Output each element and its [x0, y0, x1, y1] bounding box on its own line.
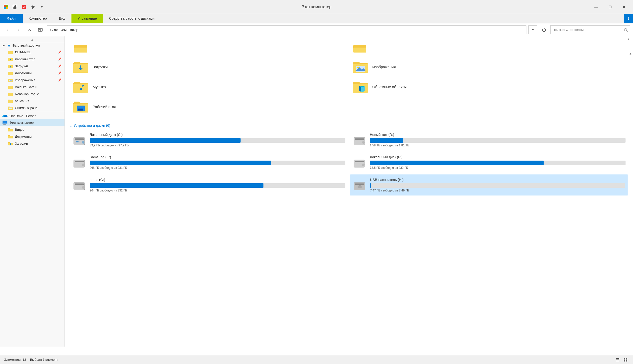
folder-icon-robocop	[8, 92, 13, 96]
maximize-button[interactable]: ☐	[603, 2, 617, 12]
sidebar-item-robocop[interactable]: RoboCop Rogue	[0, 90, 64, 97]
minimize-button[interactable]: —	[589, 2, 603, 12]
address-path[interactable]: › Этот компьютер	[47, 26, 526, 34]
svg-rect-41	[355, 138, 364, 140]
folder-download2-icon	[8, 141, 13, 146]
folder-download-icon	[8, 64, 13, 68]
drive-name-d: Новый том (D:)	[370, 133, 626, 137]
sidebar-item-video[interactable]: Видео	[0, 126, 64, 133]
tab-manage[interactable]: Управление	[72, 14, 103, 23]
partial-top-row	[65, 41, 633, 57]
address-bar: › Этот компьютер ▼	[0, 24, 633, 36]
folder-item-partial-right[interactable]	[350, 43, 627, 55]
title-bar: ▼ Этот компьютер — ☐ ✕	[0, 0, 633, 14]
tab-computer[interactable]: Компьютер	[23, 14, 53, 23]
folder-images-icon	[8, 78, 13, 82]
folder-icon-partial-right	[353, 45, 367, 53]
pin-icon[interactable]	[29, 3, 37, 11]
drive-bar-fill-h	[370, 183, 371, 188]
folder-item-images[interactable]: Изображения	[349, 57, 628, 76]
folder-icon-partial	[74, 45, 88, 53]
drive-info-h: USB-накопитель (H:) 7,47 ГБ свободно из …	[370, 178, 625, 192]
window-controls: — ☐ ✕	[589, 2, 631, 12]
sidebar-item-documents2[interactable]: Документы	[0, 133, 64, 140]
drive-item-g[interactable]: ames (G:) 264 ГБ свободно из 832 ГБ	[70, 174, 348, 196]
folder-item-3d[interactable]: Объемные объекты	[349, 77, 628, 96]
sidebar-label-onedrive: OneDrive - Person	[10, 114, 36, 118]
folder-item-music[interactable]: Музыка	[70, 77, 348, 96]
drive-free-h: 7,47 ГБ свободно из 7,49 ГБ	[370, 189, 625, 192]
svg-rect-24	[353, 48, 366, 52]
sidebar-item-quick-access[interactable]: ▶ ★ Быстрый доступ	[0, 42, 64, 48]
images-folder-icon	[352, 60, 368, 74]
sidebar-item-downloads[interactable]: Загрузки 📌	[0, 62, 64, 70]
svg-rect-65	[624, 360, 625, 362]
svg-rect-61	[616, 360, 619, 360]
save-icon[interactable]	[11, 3, 19, 11]
window-title: Этот компьютер	[302, 5, 332, 9]
list-view-button[interactable]	[614, 356, 621, 363]
drive-item-e[interactable]: Samsung (E:) 268 ГБ свободно из 931 ГБ	[70, 152, 348, 172]
windows-logo-icon[interactable]	[2, 3, 10, 11]
sidebar-scroll-up[interactable]: ▲	[0, 37, 64, 42]
drive-item-d[interactable]: Новый том (D:) 1,58 ТБ свободно из 1,81 …	[350, 130, 628, 150]
drive-info-c: Локальный диск (C:) 39,9 ГБ свободно из …	[90, 133, 346, 147]
recent-locations-button[interactable]	[36, 26, 45, 34]
dropdown-arrow-icon[interactable]: ▼	[38, 3, 46, 11]
search-box[interactable]	[550, 26, 630, 34]
content-scroll-right[interactable]: ▲	[628, 50, 633, 199]
content-scroll-top[interactable]: ▲	[65, 36, 633, 41]
drive-bar-bg-e	[90, 160, 346, 165]
help-button[interactable]: ?	[624, 14, 633, 23]
close-button[interactable]: ✕	[617, 2, 631, 12]
drive-free-d: 1,58 ТБ свободно из 1,81 ТБ	[370, 144, 626, 147]
svg-point-11	[624, 28, 627, 31]
sidebar-item-baldurs[interactable]: Baldur's Gate 3	[0, 84, 64, 90]
folder-item-partial-left[interactable]	[71, 43, 348, 55]
search-input[interactable]	[552, 28, 622, 32]
drive-icon-g	[72, 178, 86, 192]
up-button[interactable]	[25, 26, 34, 34]
refresh-button[interactable]	[539, 26, 548, 34]
svg-rect-58	[358, 186, 362, 188]
sidebar-item-downloads2[interactable]: Загрузки	[0, 140, 64, 147]
drive-bar-bg-f	[370, 160, 626, 165]
sidebar-label-downloads: Загрузки	[15, 64, 28, 68]
drive-icon-c	[72, 133, 86, 147]
folder-item-desktop[interactable]: Рабочий стол	[70, 97, 348, 116]
drive-bar-fill-e	[90, 160, 271, 165]
tab-disktools[interactable]: Средства работы с дисками	[103, 14, 161, 23]
devices-section-header[interactable]: ⌵ Устройства и диски (6)	[65, 119, 633, 130]
sidebar-item-desktop[interactable]: Рабочий стол 📌	[0, 56, 64, 62]
quick-access-label: Быстрый доступ	[12, 44, 40, 47]
tab-file[interactable]: Файл	[0, 14, 23, 23]
drive-item-f[interactable]: Локальный диск (F:) 73,5 ГБ свободно из …	[350, 152, 628, 172]
folder-docs2-icon	[8, 134, 13, 139]
forward-button[interactable]	[14, 26, 23, 34]
svg-rect-0	[4, 5, 6, 7]
sidebar-item-opisania[interactable]: описания	[0, 97, 64, 104]
tab-view[interactable]: Вид	[53, 14, 72, 23]
checkmark-icon[interactable]	[20, 3, 28, 11]
sidebar-item-this-pc[interactable]: Этот компьютер	[0, 119, 64, 126]
svg-point-46	[82, 164, 84, 166]
drive-item-h[interactable]: USB-накопитель (H:) 7,47 ГБ свободно из …	[350, 174, 628, 196]
sidebar-item-screenshots[interactable]: Снимки экрана	[0, 104, 64, 111]
sidebar-item-documents[interactable]: Документы 📌	[0, 70, 64, 76]
back-button[interactable]	[3, 26, 12, 34]
grid-view-button[interactable]	[622, 356, 629, 363]
folder-item-downloads[interactable]: Загрузки	[70, 57, 348, 76]
pin-indicator: 📌	[58, 50, 62, 54]
drive-item-c[interactable]: Локальный диск (C:) 39,9 ГБ свободно из …	[70, 130, 348, 150]
sidebar-item-images[interactable]: Изображения 📌	[0, 76, 64, 84]
drive-bar-fill-f	[370, 160, 544, 165]
drive-bar-bg-d	[370, 138, 626, 143]
svg-rect-13	[10, 59, 11, 60]
folder-name-downloads: Загрузки	[93, 65, 108, 69]
svg-rect-37	[76, 141, 78, 142]
svg-rect-63	[624, 358, 625, 360]
address-dropdown-button[interactable]: ▼	[528, 26, 538, 34]
sidebar-item-onedrive[interactable]: OneDrive - Person	[0, 112, 64, 119]
drive-name-c: Локальный диск (C:)	[90, 133, 346, 137]
sidebar-item-channel[interactable]: CHANNEL 📌	[0, 48, 64, 56]
